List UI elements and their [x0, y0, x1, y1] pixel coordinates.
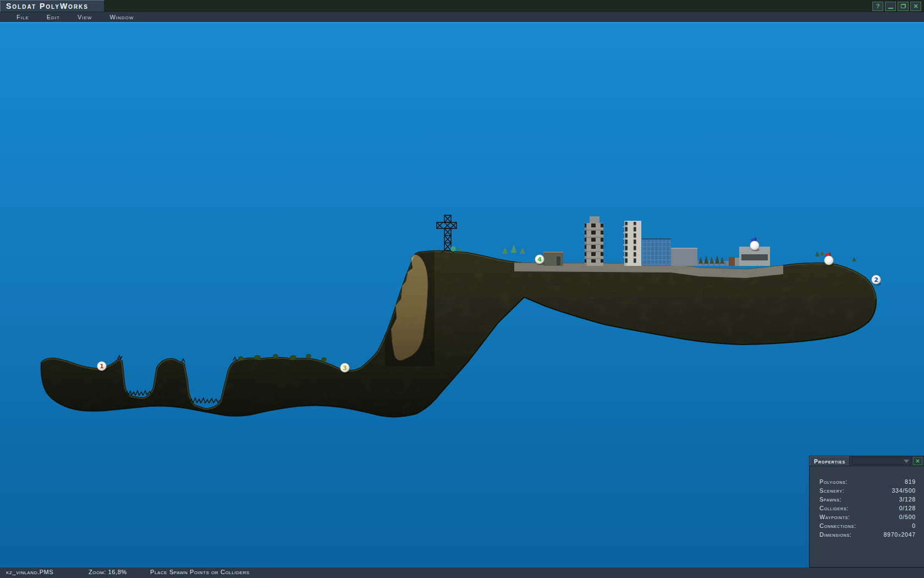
status-zoom-level: Zoom: 16,8% — [89, 569, 127, 575]
properties-body: Polygons: 819 Scenery: 334/500 Spawns: 3… — [810, 466, 924, 539]
title-bar: Soldat PolyWorks ? ✕ — [0, 0, 924, 13]
restore-icon — [901, 4, 906, 8]
prop-row-waypoints: Waypoints: 0/500 — [820, 512, 916, 521]
status-filename: kz_vinland.PMS — [6, 569, 53, 575]
menu-edit[interactable]: Edit — [38, 14, 69, 20]
gray-building — [671, 248, 697, 266]
svg-text:4: 4 — [537, 256, 542, 263]
prop-row-dimensions: Dimensions: 8970x2047 — [820, 530, 916, 539]
properties-panel: Properties ✕ Polygons: 819 Scenery: 334/… — [809, 456, 924, 568]
help-icon: ? — [876, 3, 880, 9]
menu-view[interactable]: View — [69, 14, 101, 20]
spawns-value: 3/128 — [899, 495, 916, 504]
menu-bar: File Edit View Window — [0, 12, 924, 22]
properties-title: Properties — [814, 459, 845, 465]
close-icon: ✕ — [913, 3, 918, 9]
status-tool-mode: Place Spawn Points or Colliders — [150, 569, 250, 575]
svg-text:2: 2 — [874, 276, 878, 283]
minimize-button[interactable] — [885, 2, 896, 11]
menu-window[interactable]: Window — [101, 14, 142, 20]
menu-file[interactable]: File — [8, 14, 38, 20]
connections-value: 0 — [912, 521, 916, 530]
prop-row-polygons: Polygons: 819 — [820, 477, 916, 486]
prop-row-scenery: Scenery: 334/500 — [820, 486, 916, 495]
buildings — [543, 216, 770, 266]
properties-dropdown[interactable] — [852, 457, 911, 465]
map-scene: 1234 — [0, 0, 924, 578]
spawn-marker-2[interactable]: 2 — [872, 275, 882, 286]
window-controls: ? ✕ — [872, 0, 924, 12]
polyworks-window: 1234 Soldat PolyWorks ? ✕ File Edit View… — [0, 0, 924, 578]
properties-close-button[interactable]: ✕ — [913, 457, 922, 465]
prop-row-spawns: Spawns: 3/128 — [820, 495, 916, 504]
prop-row-colliders: Colliders: 0/128 — [820, 504, 916, 512]
waypoints-value: 0/500 — [899, 512, 916, 521]
properties-title-box: Properties — [810, 456, 850, 466]
properties-panel-titlebar[interactable]: Properties ✕ — [810, 456, 924, 466]
close-button[interactable]: ✕ — [910, 2, 921, 11]
close-icon: ✕ — [915, 458, 920, 464]
help-button[interactable]: ? — [872, 2, 883, 11]
prop-row-connections: Connections: 0 — [820, 521, 916, 530]
scenery-value: 334/500 — [892, 486, 916, 495]
colliders-value: 0/128 — [899, 504, 916, 512]
minimize-icon — [888, 8, 893, 9]
svg-text:3: 3 — [343, 364, 347, 372]
restore-button[interactable] — [898, 2, 909, 11]
polygons-value: 819 — [905, 477, 916, 486]
crate — [729, 257, 735, 266]
bush — [450, 246, 456, 252]
svg-text:1: 1 — [100, 363, 104, 370]
chevron-down-icon — [904, 460, 909, 463]
window-title: Soldat PolyWorks — [6, 2, 89, 10]
window-title-box[interactable]: Soldat PolyWorks — [0, 0, 105, 12]
status-bar: kz_vinland.PMS Zoom: 16,8% Place Spawn P… — [0, 568, 924, 578]
dimensions-value: 8970x2047 — [883, 530, 916, 539]
